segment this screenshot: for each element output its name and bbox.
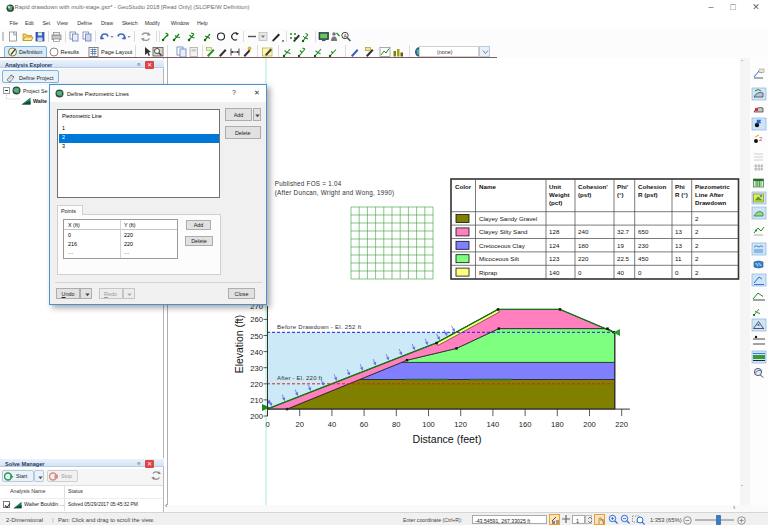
svg-text:2: 2: [759, 136, 763, 142]
svg-text:Results: Results: [61, 49, 80, 55]
svg-text:Definition: Definition: [19, 49, 42, 55]
svg-text:Page Layout: Page Layout: [101, 49, 133, 55]
